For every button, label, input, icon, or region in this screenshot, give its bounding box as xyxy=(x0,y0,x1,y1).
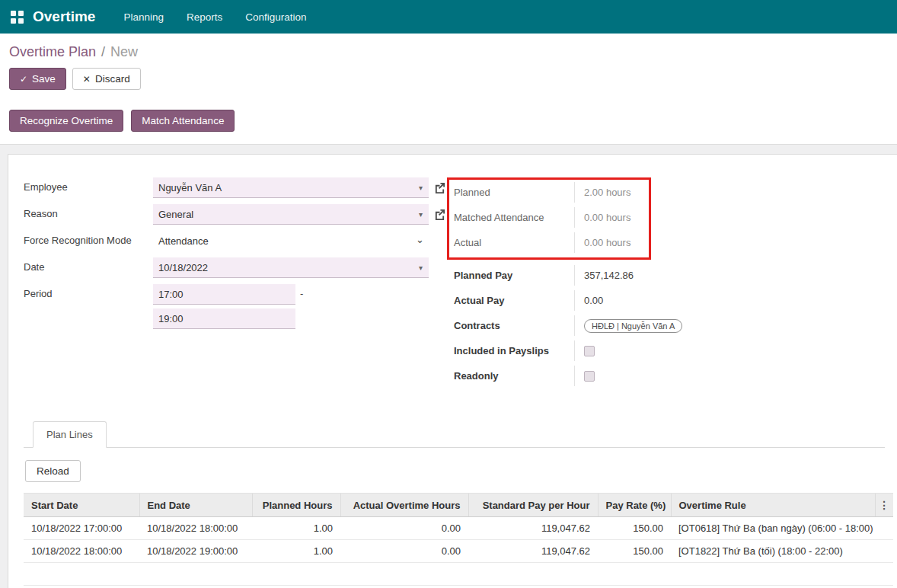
menu-reports[interactable]: Reports xyxy=(175,2,234,33)
period-from-input[interactable] xyxy=(153,284,295,305)
apps-square xyxy=(18,11,24,16)
breadcrumb: Overtime Plan/New xyxy=(9,34,888,68)
reload-button[interactable]: Reload xyxy=(25,460,81,482)
cell-start-date[interactable]: 10/18/2022 17:00:00 xyxy=(24,517,139,540)
col-start-date[interactable]: Start Date xyxy=(24,494,139,517)
included-in-payslips-value xyxy=(574,340,885,361)
app-name[interactable]: Overtime xyxy=(33,8,95,25)
cell-standard-pay[interactable]: 119,047.62 xyxy=(468,540,598,563)
menu-planning[interactable]: Planning xyxy=(112,2,175,33)
readonly-checkbox[interactable] xyxy=(584,371,595,382)
footer-spacer xyxy=(24,586,893,588)
save-button[interactable]: ✓ Save xyxy=(9,68,66,90)
cell-planned-hours[interactable]: 1.00 xyxy=(252,517,340,540)
cross-icon: ✕ xyxy=(83,74,91,85)
notebook-tabs: Plan Lines xyxy=(24,421,885,448)
cell-actual-overtime-hours[interactable]: 0.00 xyxy=(340,517,468,540)
field-date: Date ▾ xyxy=(24,257,454,278)
apps-square xyxy=(18,18,24,24)
period-separator: - xyxy=(300,284,303,305)
cell-actual-overtime-hours[interactable]: 0.00 xyxy=(340,540,468,563)
cell-options xyxy=(875,540,893,563)
planned-label: Planned xyxy=(454,187,574,198)
cell-planned-hours[interactable]: 1.00 xyxy=(252,540,340,563)
external-link-icon[interactable] xyxy=(434,209,445,220)
date-label: Date xyxy=(24,257,153,273)
table-row[interactable]: 10/18/2022 18:00:00 10/18/2022 19:00:00 … xyxy=(24,540,893,563)
apps-square xyxy=(11,18,16,24)
dropdown-caret-icon[interactable]: ▾ xyxy=(419,184,423,192)
field-period: Period - xyxy=(24,284,454,329)
top-navbar: Overtime Planning Reports Configuration xyxy=(0,0,897,34)
plan-lines-table: Start Date End Date Planned Hours Actual… xyxy=(24,493,893,588)
cell-overtime-rule[interactable]: [OT0618] Thứ Ba (ban ngày) (06:00 - 18:0… xyxy=(671,517,875,540)
cell-end-date[interactable]: 10/18/2022 19:00:00 xyxy=(139,540,252,563)
apps-menu-icon[interactable] xyxy=(11,11,24,24)
cell-standard-pay[interactable]: 119,047.62 xyxy=(468,517,598,540)
discard-button-label: Discard xyxy=(95,73,130,85)
included-in-payslips-label: Included in Payslips xyxy=(454,345,574,356)
cell-end-date[interactable]: 10/18/2022 18:00:00 xyxy=(139,517,252,540)
planned-pay-value: 357,142.86 xyxy=(574,265,885,286)
actual-value: 0.00 hours xyxy=(574,232,649,253)
form-view: Employee ▾ Reason ▾ xyxy=(0,145,897,588)
employee-many2one: ▾ xyxy=(153,177,445,198)
external-link-icon[interactable] xyxy=(434,182,445,193)
cell-overtime-rule[interactable]: [OT1822] Thứ Ba (tối) (18:00 - 22:00) xyxy=(671,540,875,563)
plan-lines-footer: 2.00 0.00 xyxy=(24,586,893,588)
readonly-value xyxy=(574,366,885,386)
field-planned: Planned 2.00 hours xyxy=(454,182,649,203)
force-recognition-mode-select[interactable]: Attendance ⌄ xyxy=(153,231,429,251)
col-end-date[interactable]: End Date xyxy=(139,494,252,517)
recognize-overtime-button[interactable]: Recognize Overtime xyxy=(9,110,123,132)
col-pay-rate[interactable]: Pay Rate (%) xyxy=(598,494,671,517)
cell-pay-rate[interactable]: 150.00 xyxy=(598,517,671,540)
form-left-column: Employee ▾ Reason ▾ xyxy=(24,177,454,391)
col-overtime-rule[interactable]: Overtime Rule xyxy=(671,494,875,517)
tab-plan-lines[interactable]: Plan Lines xyxy=(33,421,107,448)
period-to-input[interactable] xyxy=(153,308,295,329)
included-in-payslips-checkbox[interactable] xyxy=(584,346,595,356)
col-standard-pay-per-hour[interactable]: Standard Pay per Hour xyxy=(468,494,598,517)
col-actual-overtime-hours[interactable]: Actual Overtime Hours xyxy=(340,494,468,517)
field-employee: Employee ▾ xyxy=(24,177,454,198)
chevron-down-icon: ⌄ xyxy=(416,234,424,245)
column-options-icon[interactable]: ⋮ xyxy=(875,494,893,517)
col-planned-hours[interactable]: Planned Hours xyxy=(252,494,340,517)
apps-square xyxy=(11,11,16,16)
cell-start-date[interactable]: 10/18/2022 18:00:00 xyxy=(24,540,139,563)
date-input[interactable] xyxy=(153,257,429,278)
breadcrumb-parent[interactable]: Overtime Plan xyxy=(9,44,96,59)
breadcrumb-separator: / xyxy=(101,44,105,59)
form-fields: Employee ▾ Reason ▾ xyxy=(24,177,885,391)
dropdown-caret-icon[interactable]: ▾ xyxy=(419,210,423,219)
discard-button[interactable]: ✕ Discard xyxy=(72,68,141,90)
cell-pay-rate[interactable]: 150.00 xyxy=(598,540,671,563)
force-recognition-mode-value: Attendance xyxy=(158,235,209,247)
reason-label: Reason xyxy=(24,204,153,219)
table-empty-row[interactable] xyxy=(24,563,893,586)
field-force-recognition-mode: Force Recognition Mode Attendance ⌄ xyxy=(24,231,454,251)
matched-attendance-label: Matched Attendance xyxy=(454,212,574,223)
form-statusbar: Recognize Overtime Match Attendance xyxy=(0,102,897,145)
table-row[interactable]: 10/18/2022 17:00:00 10/18/2022 18:00:00 … xyxy=(24,517,893,540)
contract-badge[interactable]: HĐLĐ | Nguyễn Văn A xyxy=(584,319,682,333)
field-included-in-payslips: Included in Payslips xyxy=(454,340,885,361)
save-button-label: Save xyxy=(32,73,56,85)
contracts-value: HĐLĐ | Nguyễn Văn A xyxy=(574,315,885,336)
period-inputs: - xyxy=(153,284,303,329)
form-sheet: Employee ▾ Reason ▾ xyxy=(8,154,897,588)
breadcrumb-current: New xyxy=(110,44,138,59)
period-to-row xyxy=(153,308,303,329)
dropdown-caret-icon[interactable]: ▾ xyxy=(419,264,423,272)
actual-pay-value: 0.00 xyxy=(574,290,885,311)
planned-pay-label: Planned Pay xyxy=(454,270,574,281)
reason-input[interactable] xyxy=(153,204,429,225)
contracts-label: Contracts xyxy=(454,320,574,331)
match-attendance-button[interactable]: Match Attendance xyxy=(131,110,235,132)
field-matched-attendance: Matched Attendance 0.00 hours xyxy=(454,207,649,228)
period-label: Period xyxy=(24,284,153,299)
menu-configuration[interactable]: Configuration xyxy=(234,2,318,33)
employee-input[interactable] xyxy=(153,177,429,198)
force-recognition-mode-label: Force Recognition Mode xyxy=(24,231,153,246)
